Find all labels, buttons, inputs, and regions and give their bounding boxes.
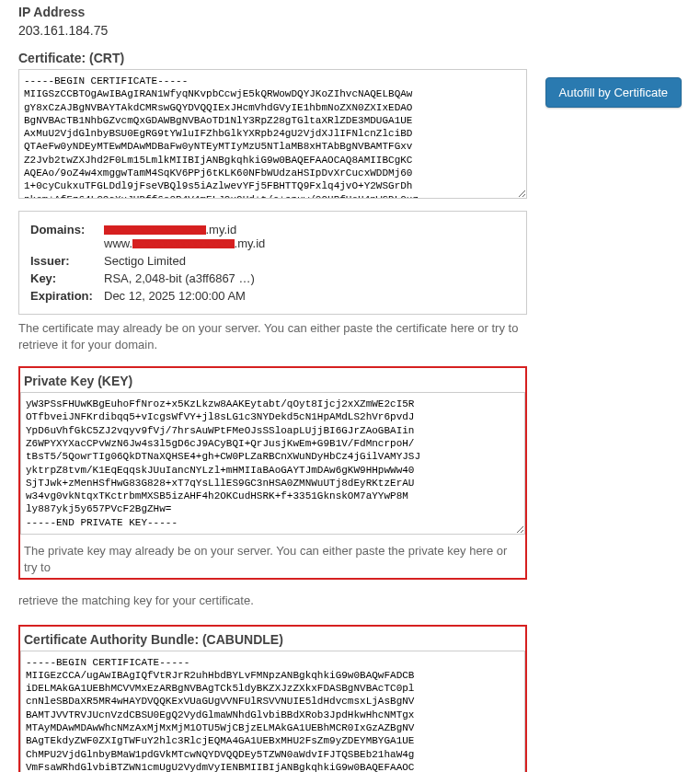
crt-helper: The certificate may already be on your s… — [18, 320, 527, 353]
expiration-label: Expiration: — [30, 289, 104, 303]
private-key-helper-partial: The private key may already be on your s… — [20, 543, 525, 578]
ip-address-label: IP Address — [18, 5, 527, 19]
cabundle-section: Certificate Authority Bundle: (CABUNDLE) — [18, 625, 527, 772]
issuer-label: Issuer: — [30, 254, 104, 268]
domains-value: xxxxxxxxxxxxxxxxx.my.id www.xxxxxxxxxxxx… — [104, 223, 265, 250]
expiration-value: Dec 12, 2025 12:00:00 AM — [104, 289, 246, 303]
private-key-textarea[interactable] — [20, 392, 525, 535]
ip-address-value: 203.161.184.75 — [18, 23, 527, 38]
key-info-value: RSA, 2,048-bit (a3ff6867 …) — [104, 271, 255, 285]
cabundle-textarea[interactable] — [20, 651, 525, 772]
private-key-helper-rest: retrieve the matching key for your certi… — [18, 593, 527, 609]
private-key-section: Private Key (KEY) The private key may al… — [18, 366, 527, 580]
domains-label: Domains: — [30, 223, 104, 250]
private-key-label: Private Key (KEY) — [20, 374, 525, 388]
crt-section: Certificate: (CRT) Domains: xxxxxxxxxxxx… — [18, 51, 527, 353]
autofill-button[interactable]: Autofill by Certificate — [545, 77, 683, 108]
crt-textarea[interactable] — [18, 69, 527, 199]
issuer-value: Sectigo Limited — [104, 254, 186, 268]
cabundle-label: Certificate Authority Bundle: (CABUNDLE) — [20, 632, 525, 647]
cert-info-box: Domains: xxxxxxxxxxxxxxxxx.my.id www.xxx… — [18, 211, 527, 315]
crt-label: Certificate: (CRT) — [18, 51, 527, 65]
ip-address-section: IP Address 203.161.184.75 — [18, 5, 527, 38]
key-info-label: Key: — [30, 271, 104, 285]
